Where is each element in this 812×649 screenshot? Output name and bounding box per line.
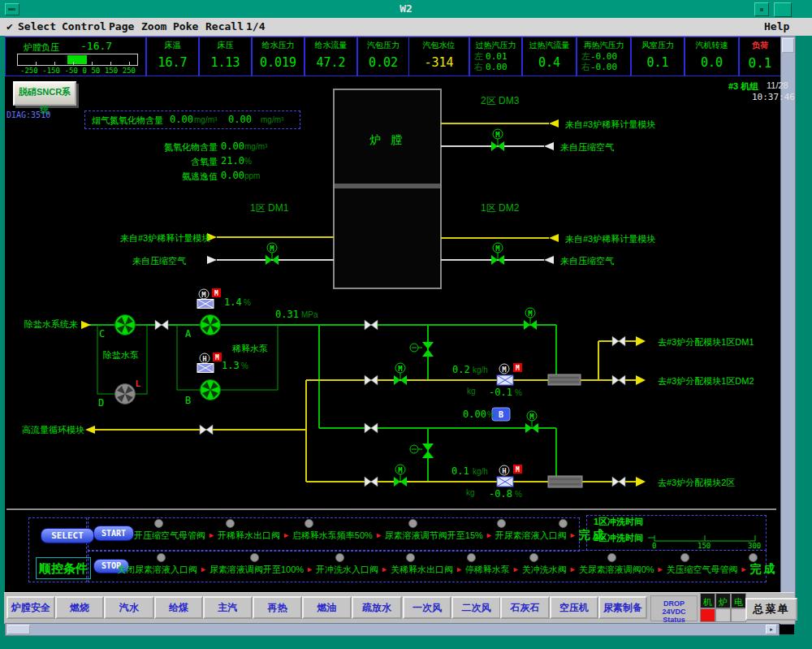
from-air-left: 来自压缩空气 bbox=[132, 255, 186, 267]
horizontal-scrollbar-thumb[interactable] bbox=[7, 625, 30, 634]
zone-dm3-label: 2区 DM3 bbox=[481, 94, 519, 108]
zone-dm1-label: 1区 DM1 bbox=[250, 201, 288, 215]
nox-content-unit: mg/m³ bbox=[244, 142, 267, 151]
nav-urea-prep[interactable]: 尿素制备 bbox=[598, 596, 647, 619]
nav-reheat[interactable]: 再热 bbox=[253, 596, 302, 619]
step-status-dot bbox=[749, 553, 758, 562]
sequence-arrow-icon: ► bbox=[381, 565, 388, 573]
flow2-deviation-unit: % bbox=[515, 490, 522, 499]
step-status-dot bbox=[406, 553, 415, 562]
tab-boiler-label: 炉 bbox=[719, 597, 728, 607]
nav-air-compressor[interactable]: 空压机 bbox=[550, 596, 598, 619]
svg-text:M: M bbox=[270, 244, 274, 253]
stop-step: 关尿素溶液调阀0% bbox=[579, 564, 654, 576]
tab-electrical[interactable]: 电 bbox=[731, 593, 746, 608]
pump-icon[interactable] bbox=[201, 315, 221, 335]
nav-secondary-air[interactable]: 二次风 bbox=[451, 596, 501, 619]
sequence-arrow-icon: ► bbox=[486, 531, 493, 539]
sequence-arrow-icon: ► bbox=[375, 531, 382, 539]
start-button[interactable]: START bbox=[93, 526, 134, 541]
scale-tick-300: 300 bbox=[748, 542, 761, 550]
sequence-arrow-icon: ► bbox=[569, 565, 577, 573]
step-status-dot bbox=[226, 519, 235, 528]
nav-combustion[interactable]: 燃烧 bbox=[55, 596, 104, 619]
motor-valve-icon[interactable]: M bbox=[394, 465, 407, 487]
manual-valve-icon[interactable] bbox=[200, 425, 213, 435]
sequence-arrow-icon: ► bbox=[306, 565, 313, 573]
start-step: 尿素溶液调节阀开至15% bbox=[385, 530, 483, 542]
nav-coal-feed[interactable]: 给煤 bbox=[154, 596, 203, 619]
nox-content-value: 0.00 bbox=[221, 141, 244, 152]
motor-valve-icon[interactable]: M bbox=[524, 308, 537, 330]
horizontal-scrollbar[interactable]: ▸ bbox=[5, 623, 780, 636]
motor-indicator-icon[interactable]: M bbox=[499, 364, 509, 374]
manual-valve-icon[interactable] bbox=[365, 423, 378, 433]
control-valve-icon[interactable] bbox=[410, 342, 434, 357]
svg-text:M: M bbox=[215, 354, 219, 361]
manual-valve-icon[interactable] bbox=[612, 477, 625, 487]
svg-text:M: M bbox=[214, 290, 218, 297]
motor-valve-icon[interactable]: M bbox=[525, 411, 538, 433]
nav-primary-air[interactable]: 一次风 bbox=[403, 596, 451, 619]
step-status-dot bbox=[335, 553, 344, 562]
nav-drain[interactable]: 疏放水 bbox=[352, 596, 402, 619]
flow1-kg-label: kg bbox=[467, 387, 476, 396]
demin-pump-label: 除盐水泵 bbox=[103, 349, 139, 361]
from-metering-left: 来自#3炉稀释计量模块 bbox=[120, 232, 210, 244]
nav-fuel-oil[interactable]: 燃油 bbox=[302, 596, 352, 619]
svg-text:M: M bbox=[529, 413, 534, 421]
flow-control-valve-icon[interactable] bbox=[497, 375, 513, 385]
positioner-icon[interactable] bbox=[197, 300, 214, 309]
sequence-condition-button[interactable]: 顺控条件 bbox=[36, 557, 91, 579]
scale-tick-0: 0 bbox=[652, 542, 656, 550]
to-dm1-label: 去#3炉分配模块1区DM1 bbox=[658, 336, 754, 348]
svg-text:M: M bbox=[398, 365, 403, 373]
start-step: 启稀释水泵频率50% bbox=[292, 530, 373, 542]
motor-valve-icon[interactable]: M bbox=[491, 243, 504, 265]
nav-main-steam[interactable]: 主汽 bbox=[203, 596, 253, 619]
manual-valve-icon[interactable] bbox=[612, 336, 625, 346]
manual-valve-icon[interactable] bbox=[612, 375, 625, 385]
ammonia-slip-value: 0.00 bbox=[221, 170, 244, 181]
manual-valve-icon[interactable] bbox=[365, 320, 378, 330]
to-zone2-label: 去#3炉分配模块2区 bbox=[658, 477, 735, 489]
sncr-system-button[interactable]: 脱硝SNCR系统 bbox=[13, 81, 76, 106]
step-status-dot bbox=[680, 553, 689, 562]
tab-electrical-label: 电 bbox=[734, 597, 743, 607]
tab-boiler[interactable]: 炉 bbox=[715, 593, 731, 608]
b-mode-badge[interactable]: B bbox=[492, 408, 510, 421]
scrollbar-right-arrow-icon[interactable]: ▸ bbox=[766, 625, 777, 634]
sequence-arrow-icon: ► bbox=[208, 531, 215, 539]
control-valve-icon[interactable] bbox=[410, 443, 434, 458]
drop-status-line1: DROP 24VDC bbox=[651, 599, 697, 616]
motor-valve-icon[interactable]: M bbox=[491, 129, 504, 151]
drop-status-box: DROP 24VDC Status bbox=[650, 595, 698, 621]
manual-valve-icon[interactable] bbox=[365, 375, 378, 385]
motor-valve-icon[interactable]: M bbox=[394, 363, 407, 385]
manual-valve-icon[interactable] bbox=[365, 477, 378, 487]
flow-control-valve-icon[interactable] bbox=[497, 477, 513, 487]
positioner-icon[interactable] bbox=[197, 364, 214, 373]
select-button[interactable]: SELECT bbox=[41, 528, 94, 543]
pump-stopped-icon[interactable] bbox=[115, 384, 136, 405]
motor-valve-icon[interactable]: M bbox=[266, 243, 279, 265]
nav-furnace-safety[interactable]: 炉膛安全 bbox=[6, 596, 55, 619]
from-metering-right-bottom: 来自#3炉稀释计量模块 bbox=[565, 233, 655, 245]
motor-indicator-icon[interactable]: M bbox=[199, 289, 209, 299]
auto-badge-icon: M bbox=[513, 363, 522, 372]
hand-indicator-icon[interactable]: H bbox=[499, 465, 509, 475]
main-menu-button[interactable]: 总菜单 bbox=[745, 598, 797, 621]
manual-valve-icon[interactable] bbox=[155, 320, 168, 330]
tab-turbine[interactable]: 机 bbox=[700, 593, 715, 608]
svg-text:M: M bbox=[516, 365, 520, 372]
nav-limestone[interactable]: 石灰石 bbox=[500, 596, 550, 619]
pump-icon[interactable] bbox=[201, 380, 221, 400]
stop-step: 开冲洗水入口阀 bbox=[316, 564, 378, 576]
step-status-dot bbox=[467, 553, 476, 562]
step-status-dot bbox=[607, 553, 616, 562]
pump-b-tag: B bbox=[185, 395, 191, 406]
flow1-value: 0.2 bbox=[452, 364, 470, 375]
nav-steam-water[interactable]: 汽水 bbox=[104, 596, 154, 619]
hand-indicator-icon[interactable]: H bbox=[200, 353, 209, 363]
pump-icon[interactable] bbox=[115, 315, 136, 335]
